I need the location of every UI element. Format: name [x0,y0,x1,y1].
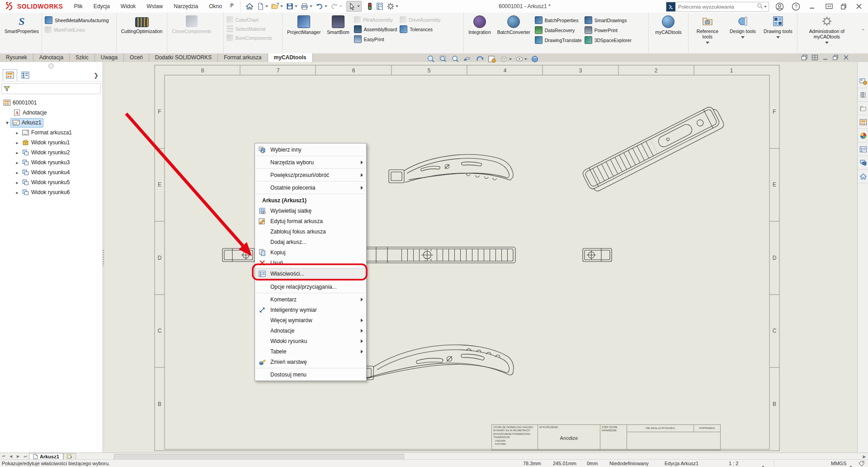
menu-item-kopiuj[interactable]: Kopiuj [255,247,366,257]
collapsed-arrow-icon[interactable]: ▸ [14,130,20,135]
tree-item-widok-rysunku3[interactable]: ▸ Widok rysunku3 [0,157,102,167]
collapsed-arrow-icon[interactable]: ▸ [14,170,20,175]
collapsed-arrow-icon[interactable]: ▸ [14,190,20,195]
menu-item-opcje-relacji[interactable]: Opcje relacji/przyciągania... [255,281,366,292]
tree-item-widok-rysunku6[interactable]: ▸ Widok rysunku6 [0,187,102,197]
search-menu-icon[interactable] [666,2,675,11]
rebuild-button[interactable] [365,1,374,11]
ribbon-cuttingoptimization-button[interactable]: CuttingOptimization [119,14,165,35]
tab-rysunek[interactable]: Rysunek [0,53,33,62]
ribbon-3dspaceexplorer-button[interactable]: 3DSpaceExplorer [585,36,632,44]
menu-item-inteligentny-wymiar[interactable]: Inteligentny wymiar [255,305,366,315]
menu-item-tabele[interactable]: Tabele [255,346,366,357]
tags-icon[interactable] [858,460,865,467]
collapsed-arrow-icon[interactable]: ▸ [14,160,20,165]
sheet-tab-arkusz1[interactable]: Arkusz1 [29,453,63,460]
open-button[interactable] [269,1,284,11]
menu-item-dodaj-arkusz[interactable]: Dodaj arkusz... [255,237,366,247]
units-selector-caret-icon[interactable] [849,462,853,467]
design-library-icon[interactable] [858,88,868,102]
minimize-button[interactable] [807,1,817,11]
panel-expand-arrow-icon[interactable]: ❯ [94,72,99,79]
hide-show-items-icon[interactable] [515,55,527,63]
display-style-icon[interactable] [500,55,512,63]
menu-edycja[interactable]: Edycja [89,1,114,11]
print-button[interactable] [299,1,314,11]
ribbon-batchproperties-button[interactable]: BatchProperties [535,16,582,24]
menu-plik[interactable]: Plik [69,1,87,11]
home-button[interactable] [244,1,255,11]
ribbon-collapse-chevron-icon[interactable]: ⌃ [861,28,865,34]
filter-funnel-icon[interactable] [4,86,10,92]
drawing-view-2[interactable] [389,154,513,183]
menu-item-komentarz[interactable]: Komentarz [255,294,366,305]
doc-cascade-button[interactable] [801,54,808,62]
collapsed-arrow-icon[interactable]: ▸ [14,140,20,145]
ribbon-markfoldlines-button[interactable]: MarkFoldLines [45,26,109,33]
tree-item-arkusz1[interactable]: ▼ Arkusz1 [0,118,102,128]
pin-icon[interactable] [228,2,235,10]
menu-item-zablokuj-fokus-arkusza[interactable]: Zablokuj fokus arkusza [255,226,366,237]
ribbon-integration-button[interactable]: Integration [467,14,493,36]
drawing-view-1[interactable] [581,104,725,194]
ribbon-bomcomponents-button[interactable]: BomComponents [226,34,272,41]
menu-widok[interactable]: Widok [116,1,140,11]
close-button[interactable] [854,1,864,11]
save-button[interactable] [284,1,299,11]
menu-item-zmien-warstwe[interactable]: Zmień warstwę [255,357,366,367]
resize-window-button[interactable] [824,1,835,11]
expanded-arrow-icon[interactable]: ▼ [5,120,10,125]
ribbon-assemblyboard-button[interactable]: AssemblyBoard [354,25,397,33]
redo-button[interactable] [329,1,344,11]
drawing-sheet[interactable]: 8 7 6 5 4 3 2 1 F E D C B F E D C B [105,62,857,453]
tab-szkic[interactable]: Szkic [70,53,95,62]
menu-wstaw[interactable]: Wstaw [142,1,167,11]
menu-item-narzedzia-wyboru[interactable]: Narzędzia wyboru [255,157,366,167]
scale-selector-caret-icon[interactable] [761,462,765,467]
panel-tab-featuremanager[interactable] [3,69,17,81]
search-icon[interactable] [756,3,764,11]
rotate-view-icon[interactable] [475,55,484,63]
drawing-view-3[interactable] [222,248,255,262]
sheet-nav-last-button[interactable]: ⏭ [22,453,29,460]
doc-restore-button[interactable] [832,54,839,62]
tree-item-adnotacje[interactable]: A Adnotacje [0,108,102,118]
ribbon-administration-button[interactable]: Administration of myCADtools [800,14,854,45]
doc-minimize-button[interactable] [822,54,829,62]
ribbon-batchconverter-button[interactable]: BatchConverter [495,14,532,36]
drawing-view-4[interactable] [363,247,515,263]
tree-item-widok-rysunku2[interactable]: ▸ Widok rysunku2 [0,148,102,157]
ribbon-easyprint-button[interactable]: EasyPrint [354,35,397,43]
ribbon-smartdrawings-button[interactable]: SmartDrawings [585,16,632,24]
ribbon-selectmaterial-button[interactable]: SelectMaterial [226,25,272,32]
custom-properties-icon[interactable] [858,143,868,156]
horizontal-scrollbar[interactable] [78,453,861,459]
menu-item-wyswietlaj-siatke[interactable]: Wyświetlaj siatkę [255,205,366,216]
sheet-nav-next-button[interactable]: ▶ [14,453,22,460]
collapsed-arrow-icon[interactable]: ▸ [14,150,20,155]
ribbon-smartbom-button[interactable]: SmartBom [325,14,351,36]
tree-filter-input[interactable] [12,84,100,93]
tab-uwaga[interactable]: Uwaga [95,53,124,62]
ribbon-driveassembly-button[interactable]: DriveAssembly [400,16,440,23]
ribbon-sheetmetalmanufacturing-button[interactable]: SheetMetalManufacturing [45,16,109,24]
zoom-to-fit-icon[interactable] [426,55,435,63]
help-icon[interactable]: ? [790,1,801,11]
user-account-icon[interactable] [774,1,785,11]
menu-narzedzia[interactable]: Narzędzia [169,1,203,11]
zoom-to-area-icon[interactable] [439,55,448,63]
drawing-view-5[interactable] [583,248,612,262]
undo-button[interactable] [314,1,329,11]
menu-item-ostatnie-polecenia[interactable]: Ostatnie polecenia [255,182,366,193]
ribbon-reference-tools-button[interactable]: Reference tools [691,14,724,45]
menu-item-edytuj-format-arkusza[interactable]: Edytuj format arkusza [255,216,366,226]
menu-item-wiecej-wymiarow[interactable]: Więcej wymiarów [255,315,366,325]
new-document-button[interactable] [255,1,269,11]
ribbon-design-tools-button[interactable]: Design tools [726,14,759,39]
tree-root-item[interactable]: 60001001 [0,98,102,108]
select-arrow-button[interactable] [346,1,362,12]
file-explorer-icon[interactable] [858,102,868,115]
menu-okno[interactable]: Okno [204,1,226,11]
graphics-area[interactable]: 8 7 6 5 4 3 2 1 F E D C B F E D C B [105,62,857,453]
ribbon-projectmanager-button[interactable]: ProjectManager [285,14,322,36]
